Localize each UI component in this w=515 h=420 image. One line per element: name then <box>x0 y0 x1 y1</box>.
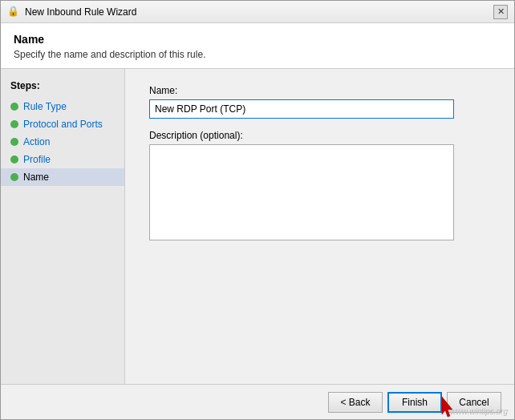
name-field-group: Name: <box>149 85 490 119</box>
window-icon: 🔒 <box>7 6 20 18</box>
name-input[interactable] <box>149 99 454 119</box>
step-dot-rule-type <box>10 103 18 111</box>
window-content: Name Specify the name and description of… <box>1 23 514 419</box>
sidebar-item-label-name: Name <box>23 172 49 183</box>
wizard-window: 🔒 New Inbound Rule Wizard ✕ Name Specify… <box>0 0 515 420</box>
steps-label: Steps: <box>1 77 124 98</box>
step-dot-profile <box>10 155 18 164</box>
step-dot-action <box>10 138 18 146</box>
footer: < Back Finish Cancel www.wintips.org <box>1 384 514 419</box>
sidebar-item-name[interactable]: Name <box>1 168 124 186</box>
finish-button[interactable]: Finish <box>387 392 442 413</box>
body-area: Steps: Rule Type Protocol and Ports Acti… <box>1 69 514 384</box>
sidebar-item-label-protocol-ports: Protocol and Ports <box>23 119 103 130</box>
description-field-group: Description (optional): <box>149 130 490 240</box>
sidebar-item-label-rule-type: Rule Type <box>23 101 67 112</box>
page-header: Name Specify the name and description of… <box>1 23 514 69</box>
window-title: New Inbound Rule Wizard <box>25 6 489 18</box>
step-dot-name <box>10 173 18 181</box>
page-title: Name <box>14 33 501 46</box>
title-bar: 🔒 New Inbound Rule Wizard ✕ <box>1 1 514 23</box>
description-label: Description (optional): <box>149 130 490 141</box>
sidebar-item-label-action: Action <box>23 136 50 147</box>
step-dot-protocol-ports <box>10 120 18 128</box>
sidebar-item-profile[interactable]: Profile <box>1 151 124 168</box>
description-textarea[interactable] <box>149 144 454 240</box>
close-button[interactable]: ✕ <box>493 5 508 19</box>
sidebar-item-protocol-ports[interactable]: Protocol and Ports <box>1 115 124 133</box>
name-label: Name: <box>149 85 490 96</box>
page-subtitle: Specify the name and description of this… <box>14 49 501 60</box>
watermark: www.wintips.org <box>450 407 508 416</box>
sidebar: Steps: Rule Type Protocol and Ports Acti… <box>1 69 125 384</box>
main-content: Name: Description (optional): <box>125 69 514 384</box>
sidebar-item-action[interactable]: Action <box>1 133 124 151</box>
back-button[interactable]: < Back <box>328 392 383 413</box>
sidebar-item-rule-type[interactable]: Rule Type <box>1 98 124 115</box>
sidebar-item-label-profile: Profile <box>23 154 51 165</box>
